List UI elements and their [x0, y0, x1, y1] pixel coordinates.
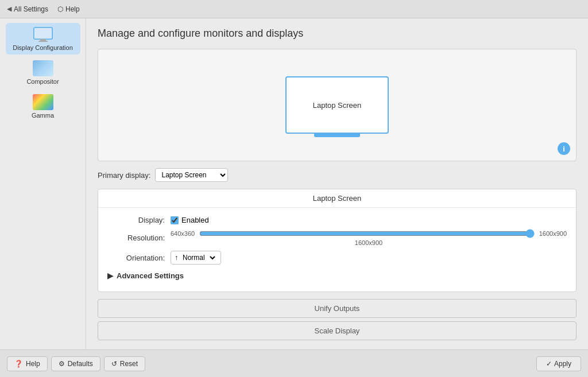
orientation-label: Orientation: — [107, 254, 165, 262]
bottom-buttons: Unify Outputs Scale Display — [98, 299, 577, 340]
orientation-icon: ↑ — [175, 254, 178, 262]
help-button-label: Help — [26, 360, 40, 368]
info-icon[interactable]: i — [558, 142, 570, 155]
defaults-button-icon: ⚙ — [59, 360, 65, 368]
back-arrow-icon: ◀ — [7, 5, 11, 13]
sidebar-item-gamma[interactable]: Gamma — [6, 91, 80, 122]
sidebar-item-compositor-label: Compositor — [26, 78, 59, 85]
resolution-slider-row: 640x360 1600x900 — [171, 229, 567, 238]
resolution-label: Resolution: — [107, 234, 165, 242]
apply-button-icon: ✓ — [546, 360, 552, 368]
monitor-box-label: Laptop Screen — [313, 101, 362, 110]
enabled-checkbox-container: Enabled — [171, 216, 209, 224]
help-button-icon: ❓ — [14, 360, 23, 368]
gamma-icon — [33, 94, 53, 110]
monitor-preview-area: Laptop Screen i — [98, 49, 577, 161]
svg-rect-1 — [34, 28, 52, 39]
enabled-checkbox[interactable] — [171, 216, 179, 224]
content-area: Manage and configure monitors and displa… — [86, 18, 588, 349]
resolution-current-value: 1600x900 — [171, 239, 567, 246]
resolution-slider[interactable] — [199, 229, 534, 238]
reset-button[interactable]: ↺ Reset — [104, 356, 145, 371]
compositor-icon — [33, 60, 53, 76]
orientation-select-container: ↑ Normal Left Right Inverted — [171, 251, 221, 265]
main-layout: Display Configuration Compositor Gamma M… — [0, 18, 588, 349]
unify-outputs-button[interactable]: Unify Outputs — [98, 299, 577, 318]
page-title: Manage and configure monitors and displa… — [98, 28, 577, 40]
footer: ❓ Help ⚙ Defaults ↺ Reset ✓ Apply — [0, 349, 588, 377]
defaults-button[interactable]: ⚙ Defaults — [51, 356, 100, 371]
top-bar: ◀ All Settings ⬡ Help — [0, 0, 588, 18]
resolution-row: Resolution: 640x360 1600x900 1600x900 — [98, 227, 576, 248]
svg-rect-2 — [40, 39, 46, 41]
advanced-settings-label: Advanced Settings — [117, 271, 184, 280]
defaults-button-label: Defaults — [68, 360, 93, 368]
display-panel-header: Laptop Screen — [98, 189, 576, 208]
resolution-min: 640x360 — [171, 230, 195, 237]
resolution-max: 1600x900 — [539, 230, 567, 237]
chevron-right-icon: ▶ — [107, 271, 113, 280]
footer-left-buttons: ❓ Help ⚙ Defaults ↺ Reset — [7, 356, 145, 371]
svg-rect-3 — [38, 41, 48, 42]
primary-display-select[interactable]: Laptop Screen — [155, 168, 228, 182]
laptop-screen-box[interactable]: Laptop Screen — [285, 76, 389, 134]
help-button[interactable]: ❓ Help — [7, 356, 48, 371]
help-nav[interactable]: ⬡ Help — [57, 5, 80, 13]
apply-button[interactable]: ✓ Apply — [536, 356, 581, 371]
resolution-container: 640x360 1600x900 1600x900 — [171, 229, 567, 246]
sidebar-item-display-label: Display Configuration — [13, 44, 73, 51]
scale-display-button[interactable]: Scale Display — [98, 321, 577, 340]
help-icon: ⬡ — [57, 5, 63, 13]
sidebar-item-display-configuration[interactable]: Display Configuration — [6, 23, 80, 55]
enabled-label: Enabled — [181, 216, 209, 224]
primary-display-label: Primary display: — [98, 171, 150, 180]
monitor-box-base — [314, 134, 360, 137]
reset-button-icon: ↺ — [111, 360, 117, 368]
sidebar: Display Configuration Compositor Gamma — [0, 18, 86, 349]
orientation-select[interactable]: Normal Left Right Inverted — [180, 253, 217, 262]
reset-button-label: Reset — [120, 360, 138, 368]
help-label: Help — [65, 5, 80, 13]
display-panel: Laptop Screen Display: Enabled Resolutio… — [98, 189, 577, 292]
orientation-row: Orientation: ↑ Normal Left Right Inverte… — [98, 248, 576, 267]
advanced-settings-row[interactable]: ▶ Advanced Settings — [98, 267, 576, 285]
all-settings-label: All Settings — [14, 5, 48, 13]
primary-display-row: Primary display: Laptop Screen — [98, 168, 577, 182]
display-configuration-icon — [33, 26, 53, 42]
sidebar-item-compositor[interactable]: Compositor — [6, 57, 80, 88]
apply-button-label: Apply — [554, 360, 571, 368]
display-label: Display: — [107, 216, 165, 224]
all-settings-nav[interactable]: ◀ All Settings — [7, 5, 48, 13]
sidebar-item-gamma-label: Gamma — [32, 112, 54, 119]
display-enabled-row: Display: Enabled — [98, 213, 576, 227]
